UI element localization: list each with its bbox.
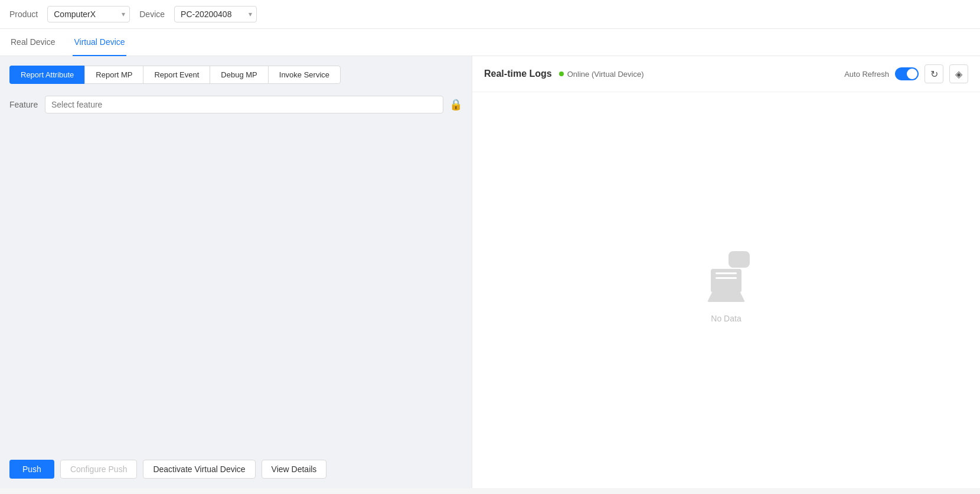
online-label: Online (Virtual Device) xyxy=(567,70,644,79)
online-badge: Online (Virtual Device) xyxy=(559,70,644,79)
right-panel: Real-time Logs Online (Virtual Device) A… xyxy=(472,56,980,488)
auto-refresh-label: Auto Refresh xyxy=(844,70,889,79)
logs-title: Real-time Logs xyxy=(484,69,552,79)
device-label: Device xyxy=(139,9,165,19)
no-data-illustration xyxy=(707,257,745,302)
document-base-icon xyxy=(707,292,745,302)
bottom-actions: Push Configure Push Deactivate Virtual D… xyxy=(9,460,462,479)
logs-body: No Data xyxy=(472,92,980,488)
online-dot xyxy=(559,72,564,76)
feature-input[interactable] xyxy=(45,96,443,113)
clear-icon: ◈ xyxy=(955,69,962,80)
feature-label: Feature xyxy=(9,100,39,109)
product-select-wrapper[interactable]: ComputerX ▾ xyxy=(47,6,130,22)
feature-row: Feature 🔒 xyxy=(9,96,462,113)
sub-tabs: Report Attribute Report MP Report Event … xyxy=(9,66,462,84)
logs-header: Real-time Logs Online (Virtual Device) A… xyxy=(472,56,980,92)
no-data-label: No Data xyxy=(711,314,741,323)
tab-real-device[interactable]: Real Device xyxy=(9,29,56,56)
refresh-button[interactable]: ↻ xyxy=(925,64,943,83)
device-select[interactable]: PC-20200408 xyxy=(174,6,257,22)
device-select-wrapper[interactable]: PC-20200408 ▾ xyxy=(174,6,257,22)
sub-tab-report-event[interactable]: Report Event xyxy=(143,66,210,84)
tab-virtual-device[interactable]: Virtual Device xyxy=(73,29,126,56)
document-icon xyxy=(711,269,741,292)
sub-tab-report-attribute[interactable]: Report Attribute xyxy=(9,66,84,84)
refresh-icon: ↻ xyxy=(930,69,938,80)
auto-refresh-toggle[interactable] xyxy=(895,67,919,80)
clear-button[interactable]: ◈ xyxy=(949,64,968,83)
deactivate-button[interactable]: Deactivate Virtual Device xyxy=(143,460,255,479)
product-label: Product xyxy=(9,9,38,19)
top-bar: Product ComputerX ▾ Device PC-20200408 ▾ xyxy=(0,0,980,29)
lock-icon[interactable]: 🔒 xyxy=(449,98,462,111)
chat-bubble-icon xyxy=(729,251,750,268)
sub-tab-report-mp[interactable]: Report MP xyxy=(84,66,143,84)
device-tabs-bar: Real Device Virtual Device xyxy=(0,29,980,56)
sub-tab-debug-mp[interactable]: Debug MP xyxy=(210,66,267,84)
push-button[interactable]: Push xyxy=(9,460,54,479)
view-details-button[interactable]: View Details xyxy=(262,460,327,479)
left-panel: Report Attribute Report MP Report Event … xyxy=(0,56,472,488)
logs-actions: Auto Refresh ↻ ◈ xyxy=(844,64,968,83)
main-content: Report Attribute Report MP Report Event … xyxy=(0,56,980,488)
product-select[interactable]: ComputerX xyxy=(47,6,130,22)
configure-push-button[interactable]: Configure Push xyxy=(60,460,138,479)
sub-tab-invoke-service[interactable]: Invoke Service xyxy=(268,66,341,84)
